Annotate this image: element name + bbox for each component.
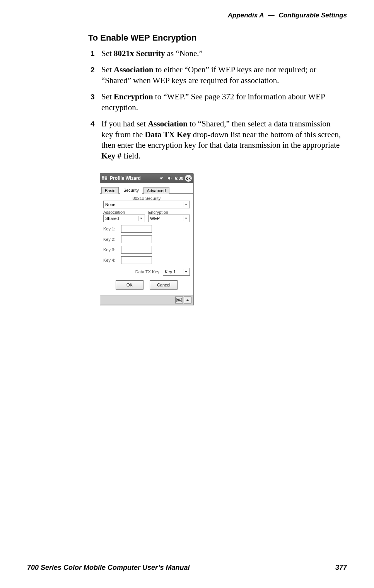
svg-rect-12: [179, 299, 180, 300]
svg-rect-11: [178, 299, 179, 300]
svg-rect-9: [176, 298, 182, 302]
label-key-2: Key 2:: [103, 237, 119, 242]
label-8021x-security: 8021x Security: [103, 196, 190, 201]
step-3: Set Encryption to “WEP.” See page 372 fo…: [88, 92, 343, 113]
connectivity-icon[interactable]: [158, 175, 165, 182]
select-encryption-value: WEP: [150, 216, 160, 221]
svg-marker-14: [186, 299, 189, 301]
select-data-tx-key-value: Key 1: [165, 269, 176, 274]
svg-marker-6: [140, 218, 142, 219]
label-key-3: Key 3:: [103, 247, 119, 252]
step-2: Set Association to either “Open” if WEP …: [88, 65, 343, 86]
select-data-tx-key[interactable]: Key 1: [163, 268, 190, 276]
tab-security[interactable]: Security: [120, 187, 142, 194]
input-key-4[interactable]: [121, 256, 152, 264]
ok-button[interactable]: OK: [116, 280, 143, 290]
tab-strip: Basic Security Advanced: [100, 183, 193, 194]
select-8021x-value: None: [105, 202, 115, 207]
header-section: Configurable Settings: [278, 12, 347, 19]
label-encryption: Encryption: [148, 210, 190, 215]
cancel-button[interactable]: Cancel: [150, 280, 178, 290]
svg-marker-4: [168, 176, 170, 180]
input-key-2[interactable]: [121, 235, 152, 243]
label-key-1: Key 1:: [103, 227, 119, 231]
svg-rect-13: [178, 300, 181, 301]
select-association[interactable]: Shared: [103, 215, 145, 222]
select-8021x-security[interactable]: None: [103, 201, 190, 208]
svg-rect-1: [105, 176, 107, 178]
window-titlebar: Profile Wizard 6:30 ok: [100, 173, 193, 183]
input-key-3[interactable]: [121, 246, 152, 254]
chevron-down-icon: [183, 202, 189, 207]
start-flag-icon[interactable]: [101, 175, 108, 182]
step-4: If you had set Association to “Shared,” …: [88, 119, 343, 162]
section-title: To Enable WEP Encryption: [88, 33, 343, 43]
window-title: Profile Wizard: [110, 176, 141, 181]
label-association: Association: [103, 210, 145, 215]
select-association-value: Shared: [105, 216, 119, 221]
label-data-tx-key: Data TX Key:: [135, 269, 161, 274]
select-encryption[interactable]: WEP: [148, 215, 190, 222]
input-key-1[interactable]: [121, 225, 152, 233]
running-header: Appendix A — Configurable Settings: [228, 12, 347, 19]
tab-advanced[interactable]: Advanced: [143, 187, 169, 194]
header-appendix: Appendix A: [228, 12, 264, 19]
svg-marker-8: [185, 271, 187, 273]
svg-rect-0: [102, 176, 104, 178]
svg-marker-7: [185, 218, 187, 219]
clock-time[interactable]: 6:30: [175, 176, 183, 181]
keyboard-icon[interactable]: [175, 297, 183, 303]
header-dash: —: [266, 12, 277, 19]
footer-manual-title: 700 Series Color Mobile Computer User’s …: [27, 564, 190, 572]
volume-icon[interactable]: [166, 175, 173, 182]
chevron-down-icon: [183, 216, 189, 221]
steps-list: Set 8021x Security as “None.” Set Associ…: [88, 48, 343, 162]
footer-page-number: 377: [335, 564, 347, 572]
chevron-down-icon: [183, 269, 189, 274]
tab-basic[interactable]: Basic: [101, 187, 119, 194]
sip-up-arrow-icon[interactable]: [184, 297, 191, 303]
sip-bar: [100, 295, 193, 305]
svg-marker-5: [185, 204, 187, 205]
svg-rect-2: [102, 178, 104, 180]
label-key-4: Key 4:: [103, 258, 119, 262]
ok-close-button[interactable]: ok: [185, 175, 192, 182]
page-footer: 700 Series Color Mobile Computer User’s …: [27, 564, 347, 572]
step-1: Set 8021x Security as “None.”: [88, 48, 343, 59]
device-screenshot: Profile Wizard 6:30 ok Basic Security: [100, 173, 193, 305]
chevron-down-icon: [138, 216, 144, 221]
svg-rect-3: [105, 178, 107, 180]
svg-rect-10: [177, 299, 178, 300]
